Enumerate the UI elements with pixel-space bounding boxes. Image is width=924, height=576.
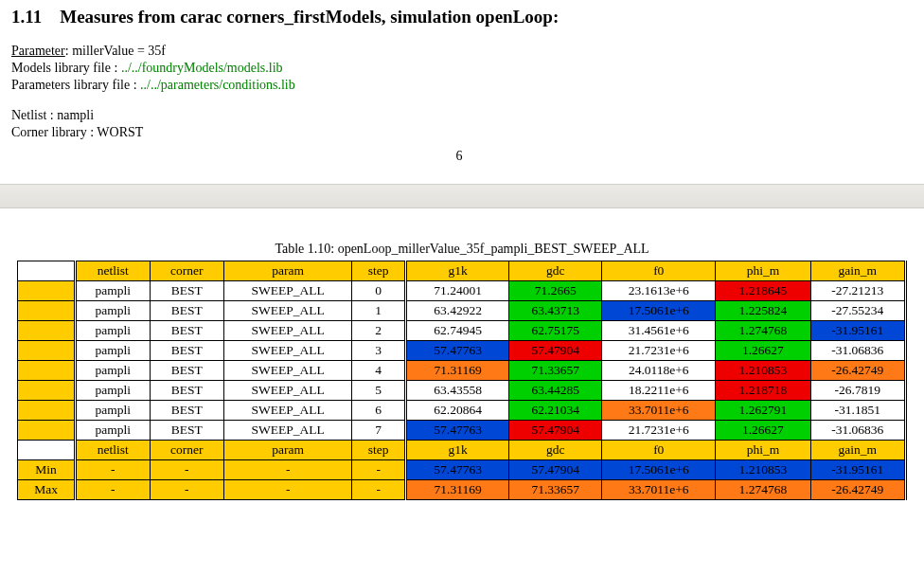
cell-g1k: 62.20864 [406, 401, 509, 421]
cell-f0: 23.1613e+6 [602, 281, 716, 301]
cell-max-phi-m: 1.274768 [716, 480, 810, 500]
col-header-gdc: gdc [509, 441, 602, 460]
col-header-step: step [352, 261, 406, 281]
cell-f0: 31.4561e+6 [602, 321, 716, 341]
cell-step: 2 [352, 321, 406, 341]
cell-netlist: pampli [76, 281, 151, 301]
cell-min-phi-m: 1.210853 [716, 460, 810, 480]
row-label-cell [18, 441, 76, 460]
cell-g1k: 62.74945 [406, 321, 509, 341]
col-header-step: step [352, 441, 406, 460]
cell-f0: 21.7231e+6 [602, 341, 716, 361]
row-label-cell [18, 321, 76, 341]
cell-phi-m: 1.210853 [716, 361, 810, 381]
models-lib-path: ../../foundryModels/models.lib [121, 61, 283, 75]
cell-gain-m: -31.95161 [810, 321, 905, 341]
cell-min-g1k: 57.47763 [406, 460, 509, 480]
cell-corner: BEST [150, 301, 224, 321]
row-label-cell [18, 301, 76, 321]
cell-corner: BEST [150, 281, 224, 301]
cell-gdc: 57.47904 [509, 421, 602, 441]
cell-netlist: - [76, 460, 151, 480]
cell-step: 4 [352, 361, 406, 381]
col-header-netlist: netlist [76, 261, 151, 281]
cell-netlist: pampli [76, 341, 151, 361]
results-table: netlistcornerparamstepg1kgdcf0phi_mgain_… [17, 261, 907, 500]
cell-param: SWEEP_ALL [224, 301, 352, 321]
netlist-line: Netlist : nampli [11, 107, 907, 124]
cell-param: SWEEP_ALL [224, 281, 352, 301]
cell-netlist: pampli [76, 301, 151, 321]
cell-max-gdc: 71.33657 [509, 480, 602, 500]
cell-netlist: pampli [76, 381, 151, 401]
col-header-phi-m: phi_m [716, 441, 810, 460]
cell-netlist: pampli [76, 401, 151, 421]
table-row: pampliBESTSWEEP_ALL163.4292263.4371317.5… [18, 301, 906, 321]
cell-phi-m: 1.218645 [716, 281, 810, 301]
cell-max-gain-m: -26.42749 [810, 480, 905, 500]
cell-corner: - [150, 480, 224, 500]
parameter-label: Parameter [11, 44, 65, 58]
section-title-text: Measures from carac corners_firstModels,… [60, 7, 559, 27]
cell-gdc: 62.21034 [509, 401, 602, 421]
cell-corner: BEST [150, 421, 224, 441]
section-header: 1.11 Measures from carac corners_firstMo… [0, 0, 924, 178]
col-header-param: param [224, 441, 352, 460]
table-row: pampliBESTSWEEP_ALL662.2086462.2103433.7… [18, 401, 906, 421]
cell-g1k: 63.42922 [406, 301, 509, 321]
row-label-cell [18, 361, 76, 381]
cell-corner: BEST [150, 321, 224, 341]
parameter-line: Parameter: millerValue = 35f [11, 43, 907, 60]
cell-g1k: 57.47763 [406, 341, 509, 361]
cell-corner: BEST [150, 381, 224, 401]
table-row-min: Min----57.4776357.4790417.5061e+61.21085… [18, 460, 906, 480]
models-lib-label: Models library file : [11, 61, 121, 75]
cell-min-gain-m: -31.95161 [810, 460, 905, 480]
row-label-cell [18, 381, 76, 401]
table-row: pampliBESTSWEEP_ALL071.2400171.266523.16… [18, 281, 906, 301]
cell-gdc: 63.43713 [509, 301, 602, 321]
cell-f0: 21.7231e+6 [602, 421, 716, 441]
cell-step: 6 [352, 401, 406, 421]
cell-f0: 17.5061e+6 [602, 301, 716, 321]
col-header-corner: corner [150, 441, 224, 460]
page-number: 6 [11, 148, 907, 165]
section-number: 1.11 [11, 7, 42, 27]
cell-param: - [224, 480, 352, 500]
table-row-max: Max----71.3116971.3365733.7011e+61.27476… [18, 480, 906, 500]
col-header-netlist: netlist [76, 441, 151, 460]
row-label-cell [18, 281, 76, 301]
cell-max-g1k: 71.31169 [406, 480, 509, 500]
table-header-row: netlistcornerparamstepg1kgdcf0phi_mgain_… [18, 261, 906, 281]
page-divider [0, 184, 924, 208]
cell-param: SWEEP_ALL [224, 421, 352, 441]
params-lib-path: ../../parameters/conditions.lib [140, 78, 295, 92]
col-header-f0: f0 [602, 261, 716, 281]
cell-param: SWEEP_ALL [224, 401, 352, 421]
col-header-gdc: gdc [509, 261, 602, 281]
cell-step: 1 [352, 301, 406, 321]
cell-gain-m: -26.7819 [810, 381, 905, 401]
col-header-param: param [224, 261, 352, 281]
table-row: pampliBESTSWEEP_ALL471.3116971.3365724.0… [18, 361, 906, 381]
corner-lib-line: Corner library : WORST [11, 124, 907, 141]
cell-gain-m: -31.06836 [810, 421, 905, 441]
cell-step: 5 [352, 381, 406, 401]
cell-param: SWEEP_ALL [224, 361, 352, 381]
cell-step: 3 [352, 341, 406, 361]
cell-step: 0 [352, 281, 406, 301]
table-row: pampliBESTSWEEP_ALL757.4776357.4790421.7… [18, 421, 906, 441]
cell-max-f0: 33.7011e+6 [602, 480, 716, 500]
cell-gain-m: -26.42749 [810, 361, 905, 381]
cell-phi-m: 1.225824 [716, 301, 810, 321]
cell-corner: BEST [150, 361, 224, 381]
col-header-corner: corner [150, 261, 224, 281]
cell-phi-m: 1.26627 [716, 341, 810, 361]
cell-step: 7 [352, 421, 406, 441]
cell-param: SWEEP_ALL [224, 381, 352, 401]
parameter-value: : millerValue = 35f [65, 44, 166, 58]
cell-f0: 33.7011e+6 [602, 401, 716, 421]
cell-g1k: 57.47763 [406, 421, 509, 441]
cell-min-f0: 17.5061e+6 [602, 460, 716, 480]
cell-gdc: 62.75175 [509, 321, 602, 341]
